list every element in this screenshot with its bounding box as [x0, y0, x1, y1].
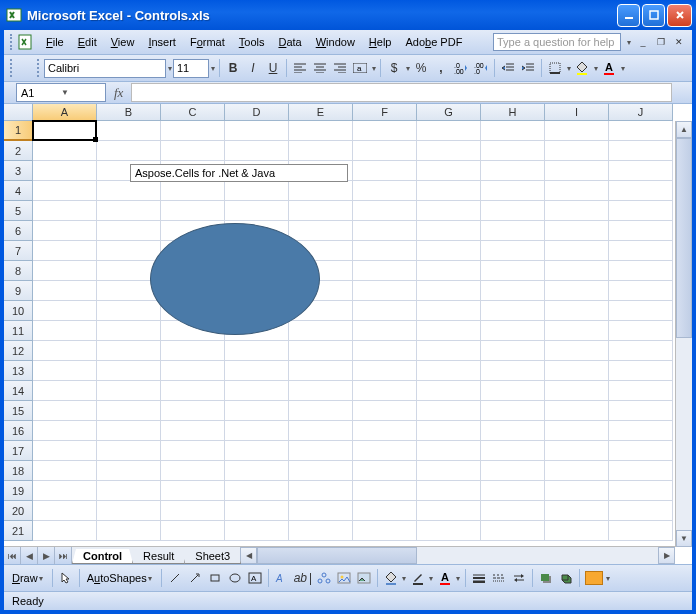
help-search-input[interactable]: [493, 33, 621, 51]
cell[interactable]: [353, 401, 417, 421]
name-box[interactable]: A1 ▼: [16, 83, 106, 102]
dash-style-button[interactable]: [489, 568, 509, 588]
cell[interactable]: [353, 221, 417, 241]
clipart-button[interactable]: [334, 568, 354, 588]
cell[interactable]: [609, 321, 673, 341]
cell[interactable]: [353, 141, 417, 161]
cell[interactable]: [161, 481, 225, 501]
cell[interactable]: [353, 121, 417, 141]
font-combo[interactable]: [44, 59, 166, 78]
row-header[interactable]: 4: [4, 181, 33, 201]
column-header[interactable]: I: [545, 104, 609, 121]
oval-shape[interactable]: [150, 223, 320, 335]
next-sheet-button[interactable]: ▶: [38, 547, 55, 564]
font-color-button[interactable]: A: [435, 568, 455, 588]
cell[interactable]: [33, 401, 97, 421]
diagram-button[interactable]: [314, 568, 334, 588]
select-objects-button[interactable]: [56, 568, 76, 588]
cell[interactable]: [289, 501, 353, 521]
last-sheet-button[interactable]: ⏭: [55, 547, 72, 564]
dropdown-icon[interactable]: ▾: [401, 574, 408, 583]
cell[interactable]: [225, 361, 289, 381]
cell[interactable]: [353, 281, 417, 301]
line-style-button[interactable]: [469, 568, 489, 588]
cell[interactable]: [289, 461, 353, 481]
cell[interactable]: [609, 501, 673, 521]
horizontal-scrollbar[interactable]: ◀ ▶: [240, 546, 675, 564]
cell[interactable]: [545, 521, 609, 541]
column-header[interactable]: G: [417, 104, 481, 121]
textbox-shape[interactable]: Aspose.Cells for .Net & Java: [130, 164, 348, 182]
cell[interactable]: [545, 461, 609, 481]
dropdown-icon[interactable]: ▾: [166, 64, 173, 73]
cell[interactable]: [481, 141, 545, 161]
cell[interactable]: [417, 241, 481, 261]
row-header[interactable]: 1: [4, 121, 33, 141]
cell[interactable]: [225, 421, 289, 441]
currency-button[interactable]: $: [384, 58, 404, 78]
cell[interactable]: [289, 401, 353, 421]
toolbar-options-button[interactable]: [585, 571, 603, 585]
cell[interactable]: [289, 201, 353, 221]
increase-decimal-button[interactable]: .0.00: [451, 58, 471, 78]
column-header[interactable]: H: [481, 104, 545, 121]
menu-help[interactable]: Help: [362, 33, 399, 51]
text-label-button[interactable]: ab |: [292, 568, 314, 588]
column-header[interactable]: E: [289, 104, 353, 121]
cell[interactable]: [161, 141, 225, 161]
cell[interactable]: [609, 301, 673, 321]
cell[interactable]: [225, 201, 289, 221]
dropdown-icon[interactable]: ▾: [605, 574, 612, 583]
cell[interactable]: [545, 201, 609, 221]
dropdown-icon[interactable]: ▾: [619, 64, 626, 73]
oval-button[interactable]: [225, 568, 245, 588]
increase-indent-button[interactable]: [518, 58, 538, 78]
cell[interactable]: [353, 241, 417, 261]
comma-button[interactable]: ,: [431, 58, 451, 78]
dropdown-icon[interactable]: ▼: [61, 88, 101, 97]
cell[interactable]: [481, 341, 545, 361]
cell[interactable]: [33, 461, 97, 481]
row-header[interactable]: 14: [4, 381, 33, 401]
menu-edit[interactable]: Edit: [71, 33, 104, 51]
vertical-scrollbar[interactable]: ▲ ▼: [675, 121, 692, 547]
row-header[interactable]: 7: [4, 241, 33, 261]
scroll-thumb[interactable]: [257, 547, 417, 564]
cell[interactable]: [417, 381, 481, 401]
cell[interactable]: [417, 301, 481, 321]
decrease-decimal-button[interactable]: .00.0: [471, 58, 491, 78]
cell-area[interactable]: [33, 121, 674, 546]
cell[interactable]: [481, 441, 545, 461]
cell[interactable]: [353, 261, 417, 281]
cell[interactable]: [609, 261, 673, 281]
merge-center-button[interactable]: a: [350, 58, 370, 78]
cell[interactable]: [353, 461, 417, 481]
cell[interactable]: [161, 461, 225, 481]
scroll-right-button[interactable]: ▶: [658, 547, 675, 564]
cell[interactable]: [545, 261, 609, 281]
fill-color-button[interactable]: [572, 58, 592, 78]
cell[interactable]: [609, 441, 673, 461]
column-header[interactable]: D: [225, 104, 289, 121]
cell[interactable]: [417, 501, 481, 521]
cell[interactable]: [545, 441, 609, 461]
cell[interactable]: [353, 321, 417, 341]
wordart-button[interactable]: A: [272, 568, 292, 588]
maximize-button[interactable]: [642, 4, 665, 27]
cell[interactable]: [225, 481, 289, 501]
align-left-button[interactable]: [290, 58, 310, 78]
cell[interactable]: [609, 141, 673, 161]
cell[interactable]: [609, 481, 673, 501]
toolbar-handle-icon[interactable]: [10, 59, 13, 77]
cell[interactable]: [33, 141, 97, 161]
cell[interactable]: [97, 521, 161, 541]
cell[interactable]: [353, 301, 417, 321]
toolbar-handle-icon[interactable]: [37, 59, 40, 77]
scroll-thumb[interactable]: [676, 138, 692, 338]
cell[interactable]: [97, 501, 161, 521]
autoshapes-button[interactable]: AutoShapes▾: [83, 572, 158, 584]
cell[interactable]: [33, 341, 97, 361]
cell[interactable]: [289, 361, 353, 381]
cell[interactable]: [417, 461, 481, 481]
column-header[interactable]: B: [97, 104, 161, 121]
